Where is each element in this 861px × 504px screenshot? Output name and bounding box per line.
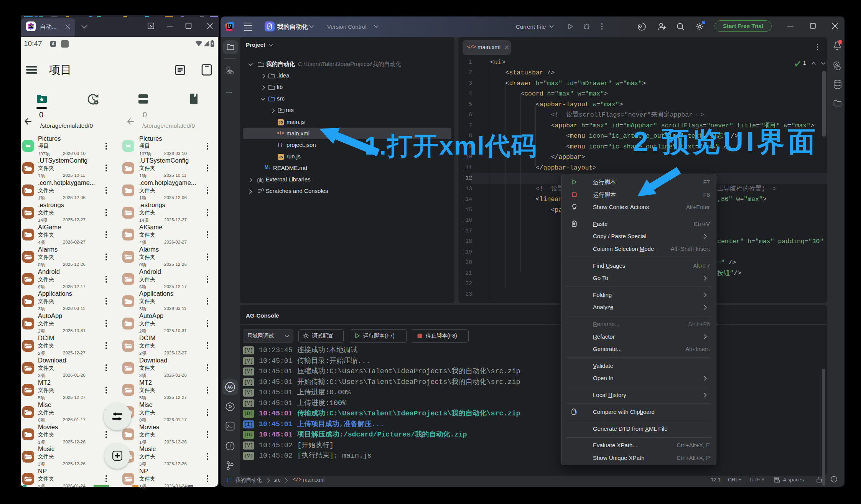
svg-text:IJ: IJ	[228, 25, 231, 27]
svg-text:AG: AG	[227, 385, 233, 389]
svg-text:AG: AG	[29, 25, 33, 28]
